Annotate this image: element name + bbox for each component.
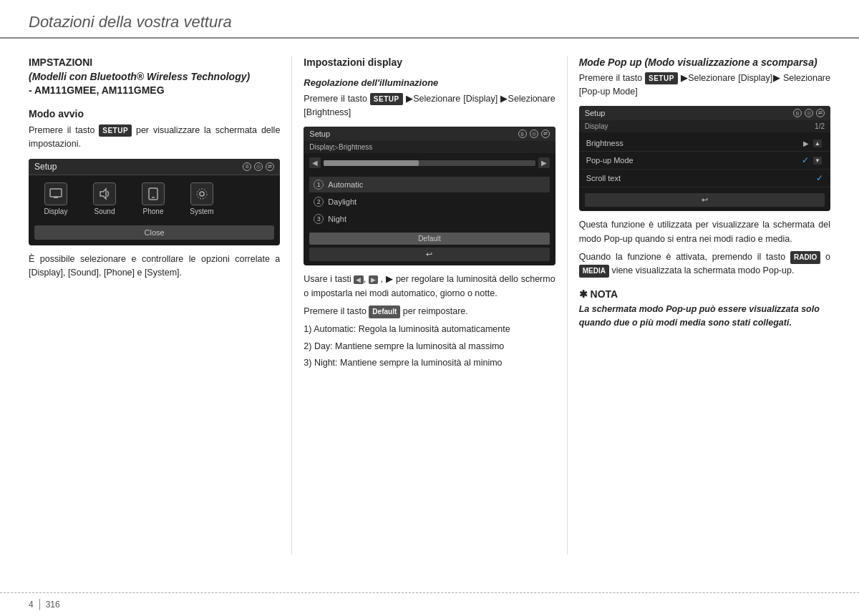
brightness-setup-title: Setup [309,129,330,138]
col2-para3: Premere il tasto Default per reimpostare… [304,305,555,318]
display-label-2: Display [585,122,608,130]
setup-button-ref-3: SETUP [645,72,678,85]
scroll-text-check-icon: ✓ [816,173,823,183]
signal-icon: ◎ [254,162,263,171]
option-automatic-label: Automatic [328,180,363,189]
brightness-header-icons: B ◎ ⇌ [518,129,550,138]
connect-icon: ⇌ [266,162,274,171]
right-btn-ref: ▶ [369,275,378,284]
col1-title1: IMPSTAZIONI (Modelli con Bluetooth® Wire… [29,56,280,98]
slider-right-arrow[interactable]: ▶ [538,157,550,168]
setup-display-item[interactable]: Display [34,182,77,215]
brightness-row-label: Brightness [586,139,623,147]
col2-title: Impostazioni display [304,56,555,70]
scroll-up-btn[interactable]: ▲ [813,140,822,147]
col1-modo-avvio-title: Modo avvio [29,108,280,119]
col3-para2: Questa funzione è utilizzata per visuali… [579,218,830,246]
popup-check-icon: ✓ [802,155,809,165]
nota-text: La schermata modo Pop-up può essere visu… [579,303,830,330]
nota-title: ✱ NOTA [579,288,830,300]
left-btn-ref: ◀ [354,275,363,284]
sound-icon [93,182,116,205]
system-label: System [190,207,213,215]
display-screen-title: Setup [585,109,606,117]
brightness-screen: Setup B ◎ ⇌ Display▷Brightness ◀ ▶ 1 Aut… [304,127,555,265]
media-btn-ref: MEDIA [579,265,609,278]
back-arrow-icon: ↩ [426,250,432,259]
list-item-3: 3) Night: Mantiene sempre la luminosità … [304,356,555,370]
setup-sound-item[interactable]: Sound [83,182,126,215]
scroll-arrows-2: ▼ [812,157,823,165]
connect-icon-3: ⇌ [816,109,825,117]
footer-number-4: 4 [29,600,34,610]
page-title: Dotazioni della vostra vettura [29,13,830,31]
system-icon [190,182,213,205]
option-1-num: 1 [314,180,324,190]
back-button-screen[interactable]: ↩ [309,248,549,261]
option-2-num: 2 [314,197,324,207]
setup-body: Display Sound [29,175,280,223]
bt-icon-2: B [518,129,527,138]
connect-icon-2: ⇌ [541,129,550,138]
display-label: Display [44,207,68,215]
col3-para3: Quando la funzione è attivata, premendo … [579,250,830,278]
slider-left-arrow[interactable]: ◀ [309,157,321,168]
scroll-text-label: Scroll text [586,174,621,182]
page-footer: 4 316 [0,592,859,616]
footer-number-316: 316 [46,600,60,610]
slider-track[interactable] [324,160,535,166]
option-3-num: 3 [314,214,324,224]
setup-button-ref-2: SETUP [370,93,403,106]
option-night[interactable]: 3 Night [309,211,549,227]
close-button-screen[interactable]: Close [34,225,274,240]
col1-para1: Premere il tasto SETUP per visualizzare … [29,124,280,152]
svg-point-5 [200,192,204,196]
setup-button-ref-1: SETUP [99,124,132,137]
scroll-arrows: ▲ [812,140,823,147]
bt-icon-3: B [793,109,802,117]
display-back-button[interactable]: ↩ [585,193,825,207]
main-content: IMPSTAZIONI (Modelli con Bluetooth® Wire… [0,39,859,562]
page-header: Dotazioni della vostra vettura [0,0,859,39]
list-item-2: 2) Day: Mantiene sempre la luminosità al… [304,340,555,353]
setup-system-item[interactable]: System [180,182,223,215]
page-indicator: 1/2 [815,122,825,130]
column-1: IMPSTAZIONI (Modelli con Bluetooth® Wire… [29,56,292,554]
svg-rect-0 [50,189,62,197]
radio-btn-ref: RADIO [790,251,820,264]
signal-icon-2: ◎ [530,129,538,138]
nota-section: ✱ NOTA La schermata modo Pop-up può esse… [579,288,830,330]
footer-divider [39,599,40,610]
brightness-header: Setup B ◎ ⇌ [304,127,555,141]
default-button-screen[interactable]: Default [309,233,549,245]
setup-phone-item[interactable]: Phone [132,182,175,215]
display-header-icons: B ◎ ⇌ [793,109,825,117]
signal-icon-3: ◎ [805,109,813,117]
setup-header-icons: B ◎ ⇌ [243,162,274,171]
svg-point-6 [197,189,207,199]
display-row-scroll-text[interactable]: Scroll text ✓ [579,170,830,187]
display-rows: Brightness ▶ ▲ Pop-up Mode ✓ ▼ [579,132,830,190]
col1-para2: È possibile selezionare e controllare le… [29,253,280,280]
display-popup-screen: Setup B ◎ ⇌ Display 1/2 Brightness ▶ ▲ [579,106,830,211]
scroll-down-btn[interactable]: ▼ [813,157,822,165]
column-2: Impostazioni display Regolazione dell'il… [292,56,567,554]
option-automatic[interactable]: 1 Automatic [309,177,549,192]
col2-subtitle: Regolazione dell'illuminazione [304,77,555,88]
display-row-brightness[interactable]: Brightness ▶ ▲ [579,135,830,152]
option-daylight[interactable]: 2 Daylight [309,194,549,210]
option-night-label: Night [328,215,346,223]
brightness-arrow-icon: ▶ [803,140,809,147]
brightness-options: 1 Automatic 2 Daylight 3 Night [304,172,555,231]
list-item-1: 1) Automatic: Regola la luminosità autom… [304,323,555,336]
setup-title-label: Setup [34,162,57,172]
setup-screen-header: Setup B ◎ ⇌ [29,159,280,175]
setup-screen-1: Setup B ◎ ⇌ Display [29,159,280,245]
bt-icon: B [243,162,251,171]
popup-row-label: Pop-up Mode [586,156,634,165]
col2-para1: Premere il tasto SETUP ▶Selezionare [Dis… [304,92,555,120]
display-row-popup[interactable]: Pop-up Mode ✓ ▼ [579,152,830,170]
option-daylight-label: Daylight [328,197,356,206]
slider-area: ◀ ▶ [304,153,555,172]
sound-label: Sound [94,207,115,215]
